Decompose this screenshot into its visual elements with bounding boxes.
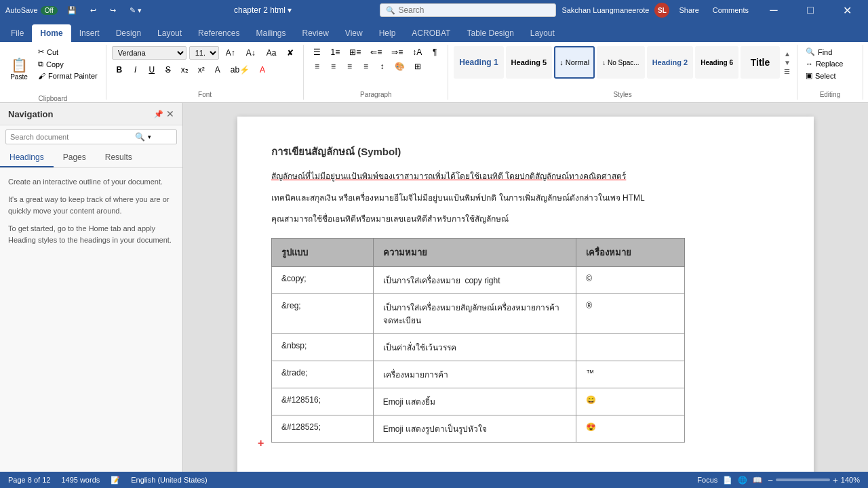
nav-search-box[interactable]: 🔍 ▾ — [5, 129, 177, 144]
cut-button[interactable]: ✂ Cut — [35, 46, 100, 58]
italic-button[interactable]: I — [128, 64, 143, 76]
replace-icon: ↔ — [806, 60, 813, 68]
decrease-indent-button[interactable]: ⇐≡ — [366, 46, 386, 58]
view-read-button[interactable]: 📖 — [753, 476, 762, 485]
replace-label: Replace — [816, 60, 843, 68]
nav-tab-headings[interactable]: Headings — [0, 148, 54, 167]
shading-button[interactable]: 🎨 — [391, 60, 409, 73]
tab-layout2[interactable]: Layout — [522, 24, 563, 42]
tab-home[interactable]: Home — [32, 24, 71, 42]
add-row-button[interactable]: + — [258, 437, 264, 449]
tab-insert[interactable]: Insert — [71, 24, 108, 42]
tab-acrobat[interactable]: ACROBAT — [403, 24, 458, 42]
format-painter-button[interactable]: 🖌 Format Painter — [35, 70, 100, 81]
zoom-in-button[interactable]: + — [833, 475, 838, 485]
subscript-button[interactable]: x₂ — [177, 64, 193, 76]
show-para-button[interactable]: ¶ — [427, 46, 442, 58]
paragraph1: สัญลักษณ์ที่ไม่มีอยู่บนแป้นพิมพ์ของเราสา… — [271, 169, 780, 184]
tab-references[interactable]: References — [190, 24, 248, 42]
word-count: 1495 words — [61, 476, 100, 484]
tab-view[interactable]: View — [337, 24, 371, 42]
justify-button[interactable]: ≡ — [358, 60, 373, 73]
nav-close-button[interactable]: ✕ — [166, 108, 174, 119]
row4-format: &trade; — [272, 361, 374, 388]
share-button[interactable]: Share — [675, 5, 703, 16]
nav-tab-results[interactable]: Results — [96, 148, 142, 167]
tab-design[interactable]: Design — [108, 24, 149, 42]
style-title[interactable]: Title — [741, 46, 780, 79]
zoom-out-button[interactable]: − — [768, 475, 773, 485]
row6-meaning: Emoji แสดงรูปตาเป็นรูปหัวใจ — [373, 415, 576, 442]
nav-pin-button[interactable]: 📌 — [154, 108, 163, 119]
style-heading1[interactable]: Heading 1 — [454, 46, 503, 79]
style-heading2[interactable]: Heading 2 — [647, 46, 694, 79]
undo-button[interactable]: ↩ — [86, 5, 100, 16]
superscript-button[interactable]: x² — [194, 64, 209, 76]
underline-button[interactable]: U — [144, 64, 159, 76]
line-spacing-button[interactable]: ↕ — [374, 60, 389, 73]
minimize-button[interactable]: ─ — [758, 0, 789, 20]
borders-button[interactable]: ⊞ — [410, 60, 425, 73]
status-bar: Page 8 of 12 1495 words 📝 English (Unite… — [0, 472, 868, 488]
font-grow-button[interactable]: A↑ — [222, 47, 239, 59]
tab-review[interactable]: Review — [294, 24, 336, 42]
zoom-slider[interactable] — [776, 479, 830, 481]
comments-button[interactable]: Comments — [709, 5, 753, 16]
search-input[interactable] — [398, 5, 534, 15]
highlight-button[interactable]: ab⚡ — [226, 64, 254, 76]
find-button[interactable]: 🔍 Find — [803, 46, 857, 58]
style-heading6[interactable]: Heading 6 — [695, 46, 738, 79]
style-expand[interactable]: ☰ — [783, 67, 791, 76]
find-label: Find — [818, 48, 832, 56]
style-scroll-down[interactable]: ▼ — [783, 58, 791, 67]
tab-help[interactable]: Help — [371, 24, 404, 42]
font-color-button[interactable]: A — [255, 64, 270, 76]
align-center-button[interactable]: ≡ — [326, 60, 340, 73]
font-shrink-button[interactable]: A↓ — [242, 47, 260, 59]
close-button[interactable]: ✕ — [831, 0, 863, 20]
clear-format-button[interactable]: ✘ — [283, 47, 298, 59]
table-row: &nbsp; เป็นค่าสั่งใช้เว้นวรรค — [272, 333, 685, 361]
view-print-button[interactable]: 📄 — [723, 476, 732, 485]
font-family-select[interactable]: Verdana — [112, 46, 186, 60]
font-size-select[interactable]: 11.5 — [189, 46, 219, 60]
tab-mailings[interactable]: Mailings — [248, 24, 294, 42]
nav-search-dropdown[interactable]: ▾ — [148, 134, 151, 140]
style-nospace[interactable]: ↓ No Spac... — [597, 46, 644, 79]
change-case-button[interactable]: Aa — [262, 47, 281, 59]
paste-button[interactable]: 📋 Paste — [5, 46, 33, 92]
multilevel-button[interactable]: ⊞≡ — [345, 46, 365, 58]
styles-label: Styles — [613, 88, 631, 98]
bold-button[interactable]: B — [112, 64, 127, 76]
increase-indent-button[interactable]: ⇒≡ — [387, 46, 407, 58]
sort-button[interactable]: ↕A — [408, 46, 426, 58]
bullets-button[interactable]: ☰ — [309, 46, 325, 58]
focus-label[interactable]: Focus — [697, 476, 717, 484]
search-bar[interactable]: 🔍 — [380, 3, 556, 17]
replace-button[interactable]: ↔ Replace — [803, 58, 857, 69]
style-heading5[interactable]: Heading 5 — [506, 46, 553, 79]
main-layout: Navigation 📌 ✕ 🔍 ▾ Headings Pages Result… — [0, 103, 868, 472]
strikethrough-button[interactable]: S — [161, 64, 176, 76]
align-right-button[interactable]: ≡ — [342, 60, 357, 73]
align-left-button[interactable]: ≡ — [309, 60, 324, 73]
nav-tab-pages[interactable]: Pages — [54, 148, 96, 167]
tab-layout[interactable]: Layout — [149, 24, 190, 42]
style-normal[interactable]: ↓ Normal — [554, 46, 595, 79]
view-web-button[interactable]: 🌐 — [738, 476, 747, 485]
maximize-button[interactable]: □ — [795, 0, 826, 20]
select-button[interactable]: ▣ Select — [803, 70, 857, 81]
customize-button[interactable]: ✎ ▾ — [125, 5, 146, 16]
tab-table-design[interactable]: Table Design — [458, 24, 521, 42]
copy-button[interactable]: ⧉ Copy — [35, 58, 100, 70]
redo-button[interactable]: ↪ — [106, 5, 120, 16]
numbering-button[interactable]: 1≡ — [326, 46, 344, 58]
style-scroll-up[interactable]: ▲ — [783, 49, 791, 58]
text-effects-button[interactable]: A — [210, 64, 225, 76]
clipboard-label: Clipboard — [38, 92, 67, 102]
nav-search-input[interactable] — [10, 133, 132, 141]
tab-file[interactable]: File — [3, 24, 32, 42]
save-button[interactable]: 💾 — [63, 5, 81, 16]
doc-area[interactable]: การเขียนสัญลักษณ์ (Symbol) สัญลักษณ์ที่ไ… — [183, 103, 868, 472]
autosave-state[interactable]: Off — [41, 6, 58, 15]
